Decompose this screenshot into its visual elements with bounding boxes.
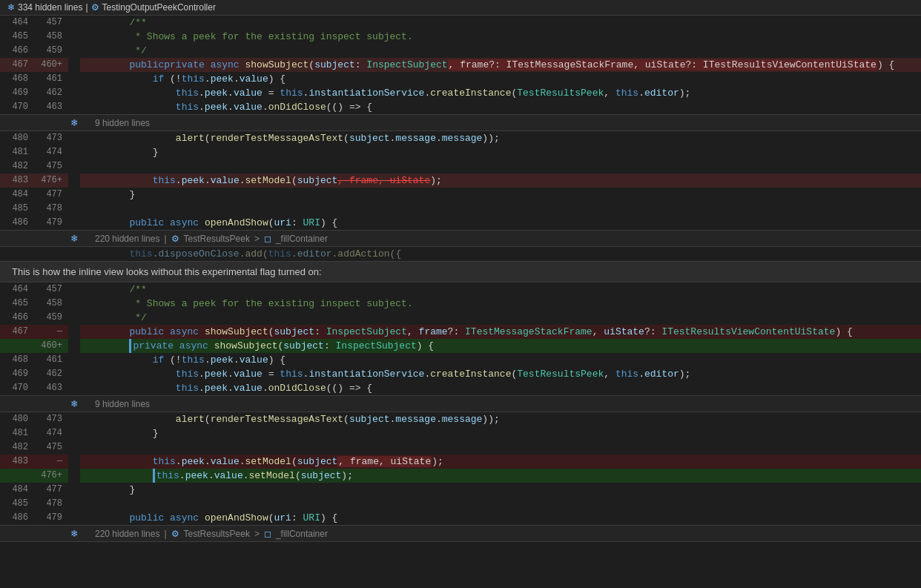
- gutter-orig: 469: [0, 367, 34, 381]
- gutter-mod: 474: [34, 145, 68, 159]
- line-content: publicprivate async showSubject(subject:…: [80, 58, 921, 72]
- line-row-added: 460+ private async showSubject(subject: …: [0, 339, 921, 353]
- gutter-mod: —: [34, 325, 68, 339]
- hidden-lines-text: 220 hidden lines | ⚙ TestResultsPeek > ◻…: [80, 234, 328, 244]
- breadcrumb-icon-4: ◻: [264, 529, 271, 539]
- section-bottom: 464 457 /** 465 458 * Shows a peek for t…: [0, 283, 921, 588]
- line-row: 480 473 alert(renderTestMessageAsText(su…: [0, 131, 921, 145]
- line-row: 480 473 alert(renderTestMessageAsText(su…: [0, 412, 921, 426]
- breadcrumb-sep-1: |: [85, 2, 88, 13]
- line-content: public async openAndShow(uri: URI) {: [80, 511, 921, 525]
- gutter-orig: [0, 339, 34, 353]
- gutter-mod: 462: [34, 86, 68, 100]
- gutter-mod: 458: [34, 30, 68, 44]
- gutter-mod: 457: [34, 283, 68, 297]
- line-row: 485 478: [0, 497, 921, 511]
- hidden-lines-final[interactable]: ❄ 220 hidden lines | ⚙ TestResultsPeek >…: [0, 525, 921, 542]
- gutter-orig: 465: [0, 30, 34, 44]
- hidden-lines-top: 334 hidden lines: [18, 2, 82, 13]
- gutter-mod: 461: [34, 353, 68, 367]
- line-content: /**: [80, 283, 921, 297]
- hidden-lines-bottom-top[interactable]: ❄ 220 hidden lines | ⚙ TestResultsPeek >…: [0, 230, 921, 247]
- gutter-mod: 463: [34, 381, 68, 395]
- line-content: }: [80, 426, 921, 440]
- line-content: }: [80, 483, 921, 497]
- gutter-mod: 478: [34, 202, 68, 216]
- gutter-orig: 464: [0, 283, 34, 297]
- gutter-mod: 463: [34, 100, 68, 114]
- gutter-mod: 479: [34, 511, 68, 525]
- gutter-mod: 460+: [34, 339, 68, 353]
- line-row: 484 477 }: [0, 483, 921, 497]
- controller-icon: ⚙: [91, 2, 99, 13]
- diff-marker: [68, 58, 80, 72]
- diff-marker: [68, 311, 80, 325]
- line-content: public async showSubject(subject: Inspec…: [80, 325, 921, 339]
- gutter-orig: 464: [0, 16, 34, 30]
- editor-container: ❄ 334 hidden lines | ⚙ TestingOutputPeek…: [0, 0, 921, 588]
- gutter-orig: 465: [0, 297, 34, 311]
- gutter-mod: 479: [34, 216, 68, 230]
- line-content: * Shows a peek for the existing inspect …: [80, 297, 921, 311]
- diff-marker: [68, 469, 80, 483]
- gutter-orig: 480: [0, 412, 34, 426]
- gutter-mod: 475: [34, 440, 68, 455]
- line-content: if (!this.peek.value) {: [80, 72, 921, 86]
- gutter-orig: [0, 469, 34, 483]
- diff-marker: [68, 16, 80, 30]
- code-area-top: 464 457 /** 465 458 * Shows a peek for t…: [0, 16, 921, 261]
- gutter-orig: 470: [0, 381, 34, 395]
- line-content: if (!this.peek.value) {: [80, 353, 921, 367]
- line-content: alert(renderTestMessageAsText(subject.me…: [80, 131, 921, 145]
- line-content: this.peek.value = this.instantiationServ…: [80, 86, 921, 100]
- diff-marker: [68, 247, 80, 261]
- separator-bar: This is how the inline view looks withou…: [0, 261, 921, 283]
- line-row: 470 463 this.peek.value.onDidClose(() =>…: [0, 100, 921, 114]
- diff-marker: [68, 100, 80, 114]
- line-row: 481 474 }: [0, 426, 921, 440]
- line-content: }: [80, 188, 921, 202]
- line-row-removed: 467 — public async showSubject(subject: …: [0, 325, 921, 339]
- gutter-orig: 481: [0, 145, 34, 159]
- diff-marker: [68, 412, 80, 426]
- gutter-orig: 482: [0, 440, 34, 455]
- line-row: 466 459 */: [0, 311, 921, 325]
- hidden-lines-row-top[interactable]: ❄ 9 hidden lines: [0, 114, 921, 131]
- diff-marker: [68, 159, 80, 174]
- line-row: 469 462 this.peek.value = this.instantia…: [0, 86, 921, 100]
- diff-marker: [68, 497, 80, 511]
- line-content: this.peek.value.onDidClose(() => {: [80, 100, 921, 114]
- gutter-mod: 476+: [34, 174, 68, 188]
- gutter-mod: 473: [34, 412, 68, 426]
- line-row: 469 462 this.peek.value = this.instantia…: [0, 367, 921, 381]
- gutter-mod: 461: [34, 72, 68, 86]
- line-content: this.peek.value.setModel(subject, frame,…: [80, 174, 921, 188]
- gutter-mod: 474: [34, 426, 68, 440]
- gutter-mod: 475: [34, 159, 68, 174]
- diff-marker: [68, 131, 80, 145]
- line-row-partial: this.disposeOnClose.add(this.editor.addA…: [0, 247, 921, 261]
- line-row-added: 476+ this.peek.value.setModel(subject);: [0, 469, 921, 483]
- hidden-lines-row-bottom[interactable]: ❄ 9 hidden lines: [0, 395, 921, 412]
- diff-marker: [68, 483, 80, 497]
- line-content: [80, 440, 921, 455]
- controller-name: TestingOutputPeekController: [102, 2, 216, 13]
- diff-marker: [68, 86, 80, 100]
- breadcrumb-icon-2: ◻: [264, 234, 271, 244]
- diff-marker: [68, 455, 80, 469]
- diff-marker: [68, 44, 80, 58]
- hidden-lines-text: 220 hidden lines | ⚙ TestResultsPeek > ◻…: [80, 529, 328, 539]
- line-row: 481 474 }: [0, 145, 921, 159]
- diff-marker: [68, 297, 80, 311]
- diff-marker: [68, 511, 80, 525]
- gutter-mod: 478: [34, 497, 68, 511]
- line-content: public async openAndShow(uri: URI) {: [80, 216, 921, 230]
- line-content: */: [80, 44, 921, 58]
- hidden-lines-text: 9 hidden lines: [80, 399, 150, 409]
- line-row: 468 461 if (!this.peek.value) {: [0, 72, 921, 86]
- gutter-orig: 483: [0, 174, 34, 188]
- line-row: 468 461 if (!this.peek.value) {: [0, 353, 921, 367]
- line-row: 486 479 public async openAndShow(uri: UR…: [0, 216, 921, 230]
- snowflake-icon-top: ❄: [7, 2, 15, 13]
- line-content: private async showSubject(subject: Inspe…: [80, 339, 921, 353]
